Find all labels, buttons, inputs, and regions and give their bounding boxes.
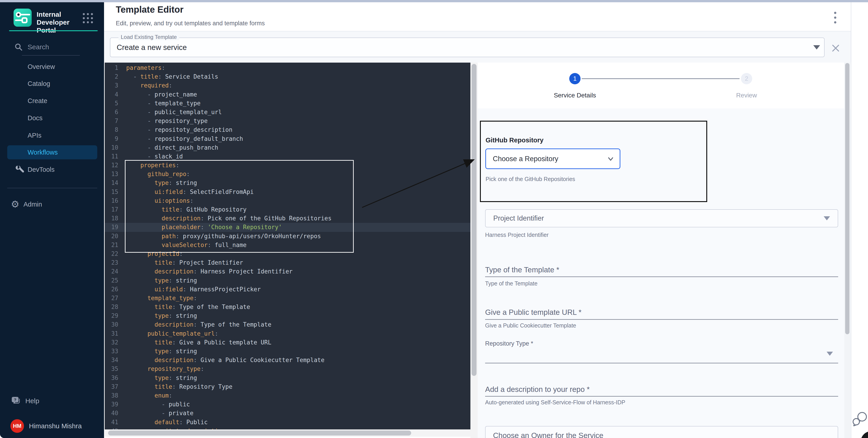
template-type-label: Type of the Template * xyxy=(485,266,559,274)
repo-description-label: Add a description to your repo * xyxy=(485,385,590,394)
sidebar-item-workflows[interactable]: Workflows xyxy=(7,145,97,159)
github-repository-select[interactable]: Choose a Repository xyxy=(485,148,620,169)
code-line: 30 description: Type of the Template xyxy=(105,320,470,329)
template-type-input[interactable] xyxy=(485,276,838,277)
repository-type-select[interactable] xyxy=(485,363,838,363)
idp-logo-icon xyxy=(13,9,32,27)
user-name: Himanshu Mishra xyxy=(29,422,82,430)
load-template-bar: Create a new service Load Existing Templ… xyxy=(104,31,851,63)
code-line: 21 valueSelector: full_name xyxy=(105,241,470,249)
load-template-label: Load Existing Template xyxy=(119,34,179,40)
code-line: 22 projectId: xyxy=(105,249,470,258)
repo-description-input[interactable] xyxy=(485,396,838,397)
code-line: 13 github_repo: xyxy=(105,170,470,178)
sidebar-item-create[interactable]: Create xyxy=(7,95,97,107)
code-line: 38 enum: xyxy=(105,391,470,400)
owner-select-value: Choose an Owner for the Service xyxy=(493,431,603,438)
code-line: 17 title: GitHub Repository xyxy=(105,205,470,214)
project-identifier-value: Project Identifier xyxy=(493,214,544,223)
code-line: 33 type: string xyxy=(105,347,470,356)
more-options-kebab-icon[interactable] xyxy=(834,12,836,24)
stepper-step-1[interactable]: 1 xyxy=(569,73,581,84)
page-subtitle: Edit, preview, and try out templates and… xyxy=(116,20,265,27)
stepper-step-2[interactable]: 2 xyxy=(741,73,752,84)
code-line: 34 description: Give a Public Cookiecutt… xyxy=(105,356,470,365)
code-line: 37 title: Repository Type xyxy=(105,382,470,391)
sidebar-item-overview[interactable]: Overview xyxy=(7,60,97,73)
editor-vertical-scrollbar-thumb[interactable] xyxy=(471,64,476,376)
code-line: 26 ui:field: HarnessProjectPicker xyxy=(105,285,470,294)
load-template-value: Create a new service xyxy=(117,43,187,52)
dropdown-caret-icon[interactable] xyxy=(813,45,820,49)
wrench-icon xyxy=(14,164,24,174)
window-top-strip xyxy=(0,0,868,2)
yaml-editor-code: 1parameters:2 - title: Service Details3 … xyxy=(105,64,470,436)
code-line: 31 public_template_url: xyxy=(105,329,470,338)
code-line: 14 type: string xyxy=(105,178,470,188)
code-line: 24 description: Harness Project Identifi… xyxy=(105,267,470,276)
stepper-step-1-label: Service Details xyxy=(541,92,609,99)
code-line: 2 - title: Service Details xyxy=(105,72,470,81)
code-line: 15 ui:field: SelectFieldFromApi xyxy=(105,188,470,196)
page-title: Template Editor xyxy=(116,4,183,15)
code-line: 29 type: string xyxy=(105,311,470,320)
code-line: 10 - direct_push_branch xyxy=(105,143,470,152)
sidebar-user[interactable]: HM Himanshu Mishra xyxy=(10,419,82,433)
code-line: 11 - slack_id xyxy=(105,152,470,161)
chat-widget-button[interactable] xyxy=(861,431,868,438)
chat-bubbles-icon[interactable] xyxy=(852,411,868,427)
code-line: 20 path: proxy/github-api/users/OrkoHunt… xyxy=(105,232,470,241)
code-line: 19 placeholder: 'Choose a Repository' xyxy=(105,223,470,232)
code-line: 7 - repository_type xyxy=(105,116,470,126)
dropdown-caret-icon[interactable] xyxy=(827,352,833,356)
code-line: 39 - public xyxy=(105,400,470,409)
sidebar-item-admin[interactable]: ⚙ Admin xyxy=(11,198,42,211)
template-type-helper: Type of the Template xyxy=(485,280,537,287)
code-line: 16 ui:options: xyxy=(105,196,470,205)
code-line: 4 - project_name xyxy=(105,90,470,99)
sidebar-accent-divider xyxy=(9,30,98,31)
sidebar-item-docs[interactable]: Docs xyxy=(7,112,97,124)
svg-text:?: ? xyxy=(14,398,16,402)
code-line: 6 - public_template_url xyxy=(105,108,470,116)
editor-horizontal-scrollbar-thumb[interactable] xyxy=(108,431,411,436)
form-preview-panel-top xyxy=(478,63,851,108)
code-line: 9 - repository_default_branch xyxy=(105,134,470,143)
stepper-step-2-label: Review xyxy=(713,92,780,99)
code-line: 41 default: Public xyxy=(105,418,470,427)
help-chat-icon: ? xyxy=(11,396,21,406)
code-line: 23 title: Project Identifier xyxy=(105,258,470,267)
public-url-helper: Give a Public Cookiecutter Template xyxy=(485,322,576,329)
panel-scrollbar-thumb[interactable] xyxy=(845,63,849,334)
code-line: 8 - repositoty_description xyxy=(105,126,470,134)
close-icon[interactable] xyxy=(831,43,841,53)
sidebar-item-help[interactable]: ? Help xyxy=(11,395,39,407)
apps-grid-icon[interactable] xyxy=(83,13,93,23)
panel-right-divider xyxy=(851,2,851,438)
form-preview-panel xyxy=(478,63,851,438)
github-repository-helper: Pick one of the GitHub Repositories xyxy=(486,176,575,182)
code-line: 35 repository_type: xyxy=(105,365,470,373)
code-line: 3 required: xyxy=(105,81,470,90)
sidebar-search[interactable]: Search xyxy=(14,41,95,53)
code-line: 18 description: Pick one of the GitHub R… xyxy=(105,214,470,223)
project-identifier-select[interactable]: Project Identifier xyxy=(485,209,838,227)
dropdown-caret-icon xyxy=(824,216,830,221)
code-line: 36 type: string xyxy=(105,374,470,382)
public-url-input[interactable] xyxy=(485,319,838,320)
sidebar-item-catalog[interactable]: Catalog xyxy=(7,77,97,90)
load-existing-template-select[interactable]: Create a new service xyxy=(110,37,825,57)
code-line: 1parameters: xyxy=(105,64,470,72)
editor-bottom-gap xyxy=(105,437,470,438)
sidebar-item-apis[interactable]: APIs xyxy=(7,129,97,142)
code-line: 40 - private xyxy=(105,409,470,418)
code-line: 28 title: Type of the Template xyxy=(105,303,470,311)
project-identifier-helper: Harness Project Identifier xyxy=(485,232,549,238)
code-line: 12 properties: xyxy=(105,161,470,170)
sidebar: Internal Developer Portal Search Overvie… xyxy=(0,2,104,438)
stepper-connector xyxy=(582,78,740,79)
code-line: 27 template_type: xyxy=(105,294,470,303)
repository-type-label: Repository Type * xyxy=(485,340,533,347)
gear-icon: ⚙ xyxy=(11,198,20,211)
code-line: 5 - template_type xyxy=(105,99,470,108)
